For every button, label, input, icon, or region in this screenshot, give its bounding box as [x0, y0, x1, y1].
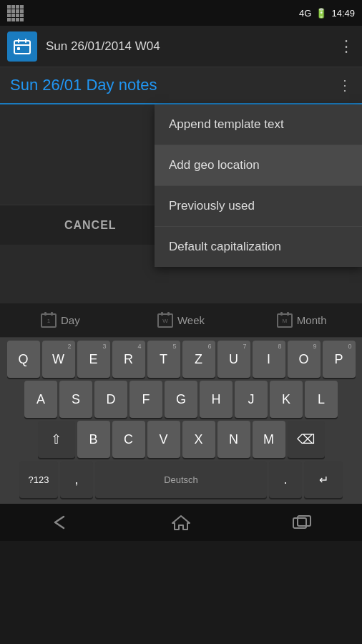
signal-icon: [7, 5, 24, 21]
key-b[interactable]: B: [77, 421, 110, 458]
recent-apps-button[interactable]: [280, 509, 323, 535]
keyboard-row-2: A S D F G H J K L: [1, 381, 361, 418]
dropdown-item-previously-used[interactable]: Previously used: [155, 186, 362, 227]
week-calendar-icon: W: [157, 313, 173, 328]
home-button[interactable]: [160, 509, 202, 535]
note-menu-button[interactable]: ⋮: [338, 77, 352, 94]
tab-day[interactable]: 1 Day: [0, 303, 121, 337]
keyboard-row-1: Q 2W 3E 4R 5T 6Z 7U 8I 9O 0P: [1, 341, 361, 378]
key-r[interactable]: 4R: [112, 341, 145, 378]
key-h[interactable]: H: [200, 381, 233, 418]
key-u[interactable]: 7U: [217, 341, 250, 378]
key-w[interactable]: 2W: [42, 341, 75, 378]
enter-key[interactable]: ↵: [304, 461, 343, 498]
svg-rect-4: [17, 47, 20, 50]
key-a[interactable]: A: [24, 381, 57, 418]
key-j[interactable]: J: [235, 381, 268, 418]
svg-rect-0: [14, 41, 30, 54]
key-k[interactable]: K: [270, 381, 303, 418]
tab-week[interactable]: W Week: [121, 303, 242, 337]
keyboard-row-3: ⇧ B C V X N M ⌫: [1, 421, 361, 458]
key-x[interactable]: X: [182, 421, 215, 458]
svg-rect-1: [18, 39, 19, 43]
comma-key[interactable]: ,: [60, 461, 93, 498]
key-g[interactable]: G: [165, 381, 197, 418]
key-v[interactable]: V: [147, 421, 180, 458]
keyboard-row-4: ?123 , Deutsch . ↵: [1, 461, 361, 498]
note-title: Sun 26/01 Day notes: [10, 76, 338, 94]
tab-day-label: Day: [61, 314, 80, 326]
tab-month-label: Month: [297, 314, 327, 326]
key-f[interactable]: F: [129, 381, 162, 418]
tab-month[interactable]: M Month: [241, 303, 362, 337]
bottom-nav: [0, 504, 362, 541]
backspace-key[interactable]: ⌫: [288, 421, 325, 458]
main-area: Sun 26/01 Day notes ⋮ Append template te…: [0, 67, 362, 303]
key-q[interactable]: Q: [7, 341, 40, 378]
battery-icon: 🔋: [315, 8, 327, 19]
status-right: 4G 🔋 14:49: [299, 8, 355, 19]
key-i[interactable]: 8I: [253, 341, 285, 378]
status-left: [7, 5, 24, 21]
clock: 14:49: [331, 8, 355, 19]
status-bar: 4G 🔋 14:49: [0, 0, 362, 26]
shift-key[interactable]: ⇧: [38, 421, 75, 458]
dropdown-item-geolocation[interactable]: Add geo location: [155, 145, 362, 186]
note-header: Sun 26/01 Day notes ⋮: [0, 67, 362, 104]
dropdown-item-append[interactable]: Append template text: [155, 104, 362, 145]
period-key[interactable]: .: [269, 461, 302, 498]
keyboard: Q 2W 3E 4R 5T 6Z 7U 8I 9O 0P A S D F G H…: [0, 338, 362, 504]
app-icon: [7, 31, 37, 62]
key-t[interactable]: 5T: [147, 341, 180, 378]
svg-rect-2: [25, 39, 26, 43]
app-bar-menu-button[interactable]: ⋮: [338, 39, 355, 54]
key-c[interactable]: C: [112, 421, 145, 458]
tab-bar: 1 Day W Week M Month: [0, 303, 362, 338]
app-bar: Sun 26/01/2014 W04 ⋮: [0, 26, 362, 67]
symbols-key[interactable]: ?123: [19, 461, 58, 498]
dropdown-item-capitalization[interactable]: Default capitalization: [155, 227, 362, 267]
key-s[interactable]: S: [59, 381, 92, 418]
key-p[interactable]: 0P: [323, 341, 356, 378]
key-d[interactable]: D: [94, 381, 127, 418]
back-button[interactable]: [39, 509, 82, 535]
tab-week-label: Week: [177, 314, 205, 326]
dropdown-menu: Append template text Add geo location Pr…: [155, 104, 362, 267]
key-l[interactable]: L: [305, 381, 338, 418]
key-z[interactable]: 6Z: [182, 341, 215, 378]
key-m[interactable]: M: [253, 421, 285, 458]
key-n[interactable]: N: [217, 421, 250, 458]
key-e[interactable]: 3E: [77, 341, 110, 378]
key-o[interactable]: 9O: [288, 341, 321, 378]
space-key[interactable]: Deutsch: [95, 461, 267, 498]
app-bar-date: Sun 26/01/2014 W04: [46, 39, 330, 54]
day-calendar-icon: 1: [41, 313, 57, 328]
month-calendar-icon: M: [277, 313, 293, 328]
network-type: 4G: [299, 8, 311, 19]
svg-marker-5: [172, 516, 190, 530]
svg-rect-3: [14, 44, 30, 46]
